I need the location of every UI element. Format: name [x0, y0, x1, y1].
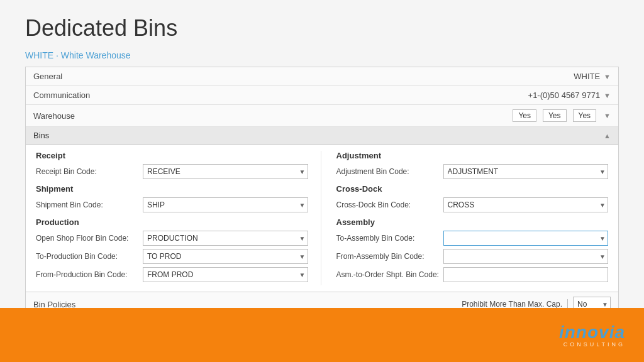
to-production-row: To-Production Bin Code: TO PROD ▼	[36, 249, 308, 264]
warehouse-card: General WHITE ▼ Communication +1-(0)50 4…	[25, 67, 619, 317]
prohibit-label: Prohibit More Than Max. Cap.	[462, 300, 562, 309]
page-title: Dedicated Bins	[25, 15, 619, 41]
logo-container: innovia CONSULTING	[559, 322, 625, 348]
receipt-bin-code-wrapper: RECEIVE ▼	[143, 164, 308, 179]
receipt-group-title: Receipt	[36, 151, 308, 160]
from-production-dropdown[interactable]: FROM PROD	[143, 267, 308, 282]
production-group-title: Production	[36, 217, 308, 227]
open-shop-floor-dropdown[interactable]: PRODUCTION	[143, 231, 308, 246]
asm-to-order-row: Asm.-to-Order Shpt. Bin Code:	[336, 267, 609, 282]
adjustment-bin-code-dropdown[interactable]: ADJUSTMENT	[443, 164, 609, 179]
from-production-label: From-Production Bin Code:	[36, 270, 143, 279]
adjustment-bin-code-row: Adjustment Bin Code: ADJUSTMENT ▼	[336, 164, 609, 179]
asm-to-order-input[interactable]	[443, 267, 609, 282]
open-shop-floor-row: Open Shop Floor Bin Code: PRODUCTION ▼	[36, 231, 308, 246]
communication-value-area: +1-(0)50 4567 9771 ▼	[528, 90, 611, 100]
warehouse-yes-1: Yes	[513, 109, 536, 122]
bins-left-column: Receipt Receipt Bin Code: RECEIVE ▼ Ship…	[36, 151, 321, 285]
from-assembly-label: From-Assembly Bin Code:	[336, 252, 443, 261]
general-value-area: WHITE ▼	[574, 72, 611, 81]
bottom-bar: innovia CONSULTING	[0, 308, 644, 362]
logo-subtext: CONSULTING	[564, 341, 625, 348]
warehouse-value-area: Yes Yes Yes ▼	[510, 109, 611, 122]
logo-part3: ia	[609, 322, 625, 342]
cross-dock-bin-code-wrapper: CROSS ▼	[443, 197, 609, 212]
logo-part2: v	[599, 322, 609, 342]
asm-to-order-label: Asm.-to-Order Shpt. Bin Code:	[336, 270, 443, 279]
cross-dock-bin-code-row: Cross-Dock Bin Code: CROSS ▼	[336, 197, 609, 212]
bins-right-column: Adjustment Adjustment Bin Code: ADJUSTME…	[321, 151, 609, 285]
to-assembly-dropdown[interactable]	[443, 231, 609, 246]
shipment-group-title: Shipment	[36, 184, 308, 194]
receipt-bin-code-dropdown[interactable]: RECEIVE	[143, 164, 308, 179]
assembly-group-title: Assembly	[336, 217, 609, 227]
communication-label: Communication	[33, 90, 90, 100]
shipment-bin-code-row: Shipment Bin Code: SHIP ▼	[36, 197, 308, 212]
to-assembly-label: To-Assembly Bin Code:	[336, 234, 443, 243]
adjustment-bin-code-wrapper: ADJUSTMENT ▼	[443, 164, 609, 179]
adjustment-bin-code-label: Adjustment Bin Code:	[336, 167, 443, 176]
from-assembly-wrapper: ▼	[443, 249, 609, 264]
open-shop-floor-label: Open Shop Floor Bin Code:	[36, 234, 143, 243]
cross-dock-bin-code-label: Cross-Dock Bin Code:	[336, 200, 443, 209]
shipment-bin-code-dropdown[interactable]: SHIP	[143, 197, 308, 212]
cross-dock-group-title: Cross-Dock	[336, 184, 609, 194]
communication-chevron-icon: ▼	[604, 92, 611, 99]
general-section-row[interactable]: General WHITE ▼	[26, 67, 618, 86]
to-production-dropdown[interactable]: TO PROD	[143, 249, 308, 264]
open-shop-floor-wrapper: PRODUCTION ▼	[143, 231, 308, 246]
warehouse-section-row[interactable]: Warehouse Yes Yes Yes ▼	[26, 105, 618, 127]
bins-header-label: Bins	[33, 131, 49, 140]
adjustment-group-title: Adjustment	[336, 151, 609, 160]
to-production-wrapper: TO PROD ▼	[143, 249, 308, 264]
cross-dock-bin-code-dropdown[interactable]: CROSS	[443, 197, 609, 212]
logo-part1: inno	[559, 322, 599, 342]
logo-text: innovia	[559, 322, 625, 343]
from-assembly-dropdown[interactable]	[443, 249, 609, 264]
warehouse-yes-2: Yes	[543, 109, 567, 122]
receipt-bin-code-row: Receipt Bin Code: RECEIVE ▼	[36, 164, 308, 179]
bins-body: Receipt Receipt Bin Code: RECEIVE ▼ Ship…	[26, 145, 618, 292]
warehouse-chevron-icon: ▼	[604, 112, 611, 119]
warehouse-yes-3: Yes	[573, 109, 597, 122]
shipment-bin-code-wrapper: SHIP ▼	[143, 197, 308, 212]
breadcrumb: WHITE · White Warehouse	[25, 50, 619, 60]
from-production-row: From-Production Bin Code: FROM PROD ▼	[36, 267, 308, 282]
bins-chevron-icon: ▲	[604, 132, 611, 140]
warehouse-label: Warehouse	[33, 111, 75, 121]
general-label: General	[33, 72, 62, 81]
to-production-label: To-Production Bin Code:	[36, 252, 143, 261]
to-assembly-row: To-Assembly Bin Code: ▼	[336, 231, 609, 246]
general-value: WHITE	[574, 72, 600, 81]
asm-to-order-input-wrapper	[443, 267, 609, 282]
from-assembly-row: From-Assembly Bin Code: ▼	[336, 249, 609, 264]
shipment-bin-code-label: Shipment Bin Code:	[36, 200, 143, 209]
general-chevron-icon: ▼	[604, 73, 611, 80]
from-production-wrapper: FROM PROD ▼	[143, 267, 308, 282]
receipt-bin-code-label: Receipt Bin Code:	[36, 167, 143, 176]
to-assembly-wrapper: ▼	[443, 231, 609, 246]
communication-section-row[interactable]: Communication +1-(0)50 4567 9771 ▼	[26, 86, 618, 105]
communication-value: +1-(0)50 4567 9771	[528, 90, 601, 100]
bins-header[interactable]: Bins ▲	[26, 127, 618, 145]
